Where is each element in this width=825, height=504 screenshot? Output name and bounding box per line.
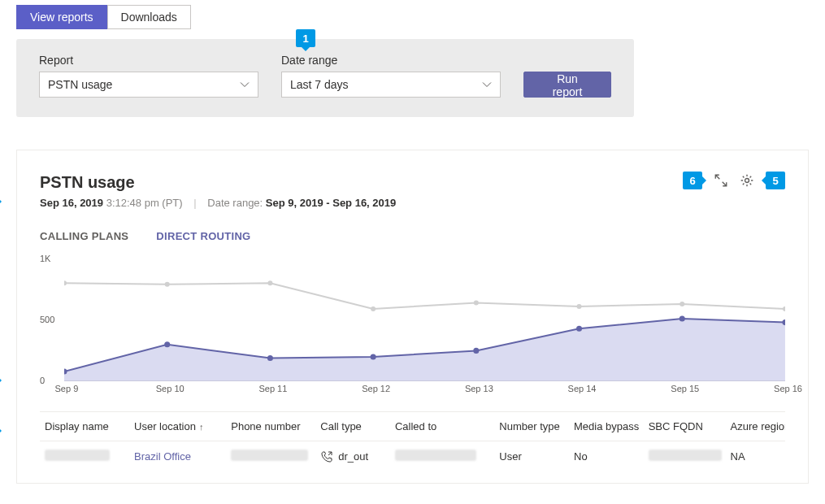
report-select-value: PSTN usage <box>48 78 112 91</box>
cell-media-bypass: No <box>569 441 644 472</box>
y-tick-label: 1K <box>40 254 50 263</box>
subtab-direct-routing[interactable]: DIRECT ROUTING <box>156 230 250 242</box>
tab-view-reports[interactable]: View reports <box>16 5 107 29</box>
svg-point-12 <box>267 355 273 361</box>
redacted-value <box>649 450 722 461</box>
date-range-select[interactable]: Last 7 days <box>281 72 501 98</box>
svg-point-15 <box>576 326 582 332</box>
chevron-down-icon <box>482 80 492 89</box>
x-tick-label: Sep 13 <box>465 384 493 393</box>
results-table: Display name User location↑ Phone number… <box>40 411 785 471</box>
report-time: 3:12:48 pm (PT) <box>106 197 183 209</box>
col-user-location[interactable]: User location↑ <box>129 412 226 441</box>
col-media-bypass[interactable]: Media bypass <box>569 412 644 441</box>
svg-point-11 <box>164 341 170 347</box>
usage-chart: 05001K Sep 9Sep 10Sep 11Sep 12Sep 13Sep … <box>40 259 785 397</box>
x-tick-label: Sep 16 <box>774 384 802 393</box>
cell-call-type: dr_out <box>338 450 368 463</box>
x-tick-label: Sep 14 <box>568 384 597 393</box>
col-display-name[interactable]: Display name <box>40 412 129 441</box>
redacted-value <box>45 450 110 461</box>
subtab-calling-plans[interactable]: CALLING PLANS <box>40 230 128 242</box>
date-range-label: Date range <box>281 54 501 67</box>
annotation-6: 6 <box>683 172 702 189</box>
svg-point-8 <box>680 302 684 306</box>
x-tick-label: Sep 12 <box>362 384 390 393</box>
table-header-row: Display name User location↑ Phone number… <box>40 412 785 441</box>
svg-point-3 <box>165 282 170 287</box>
report-subtitle: Sep 16, 2019 3:12:48 pm (PT) | Date rang… <box>40 197 785 209</box>
cell-azure-region: NA <box>726 441 785 472</box>
svg-point-7 <box>577 304 582 309</box>
annotation-5: 5 <box>766 172 785 189</box>
date-range-prefix: Date range: <box>207 197 263 209</box>
annotation-1: 1 <box>296 29 315 47</box>
col-called-to[interactable]: Called to <box>390 412 494 441</box>
cell-number-type: User <box>494 441 569 472</box>
svg-point-14 <box>473 348 479 354</box>
run-report-button[interactable]: Run report <box>523 72 611 98</box>
svg-point-2 <box>64 280 67 285</box>
svg-point-0 <box>745 179 749 183</box>
y-tick-label: 0 <box>40 376 45 385</box>
report-card: 2 3 4 PSTN usage Sep 16, 2019 3:12:48 pm… <box>16 150 809 484</box>
date-range-value-text: Sep 9, 2019 - Sep 16, 2019 <box>266 197 396 209</box>
chevron-down-icon <box>240 80 250 89</box>
y-tick-label: 500 <box>40 315 54 324</box>
report-subtabs: CALLING PLANS DIRECT ROUTING <box>40 230 785 242</box>
date-range-value: Last 7 days <box>290 78 349 91</box>
top-tabs: View reports Downloads <box>16 0 809 29</box>
svg-point-6 <box>474 300 479 305</box>
report-select[interactable]: PSTN usage <box>39 72 258 98</box>
col-sbc-fqdn[interactable]: SBC FQDN <box>644 412 726 441</box>
col-call-type[interactable]: Call type <box>315 412 390 441</box>
col-phone-number[interactable]: Phone number <box>226 412 315 441</box>
x-tick-label: Sep 11 <box>258 384 287 393</box>
cell-user-location[interactable]: Brazil Office <box>129 441 226 472</box>
redacted-value <box>395 450 476 461</box>
svg-point-4 <box>267 280 272 285</box>
tab-downloads[interactable]: Downloads <box>107 5 191 29</box>
svg-point-13 <box>371 354 376 359</box>
col-azure-region[interactable]: Azure region <box>726 412 785 441</box>
phone-out-icon <box>320 450 333 463</box>
table-row[interactable]: Brazil Office dr_out User No <box>40 441 785 472</box>
report-title: PSTN usage <box>40 173 785 192</box>
svg-point-9 <box>783 306 785 311</box>
col-number-type[interactable]: Number type <box>494 412 569 441</box>
report-date: Sep 16, 2019 <box>40 197 103 209</box>
sort-asc-icon: ↑ <box>199 422 204 432</box>
expand-icon[interactable] <box>714 173 728 188</box>
report-config: Report PSTN usage 1 Date range Last 7 da… <box>16 39 634 117</box>
gear-icon[interactable] <box>740 173 754 188</box>
x-tick-label: Sep 10 <box>156 384 185 393</box>
chart-svg <box>64 259 785 381</box>
report-label: Report <box>39 54 258 67</box>
redacted-value <box>231 450 308 461</box>
svg-point-5 <box>371 306 376 311</box>
svg-point-16 <box>680 316 685 322</box>
x-tick-label: Sep 15 <box>671 384 699 393</box>
x-tick-label: Sep 9 <box>55 384 79 393</box>
